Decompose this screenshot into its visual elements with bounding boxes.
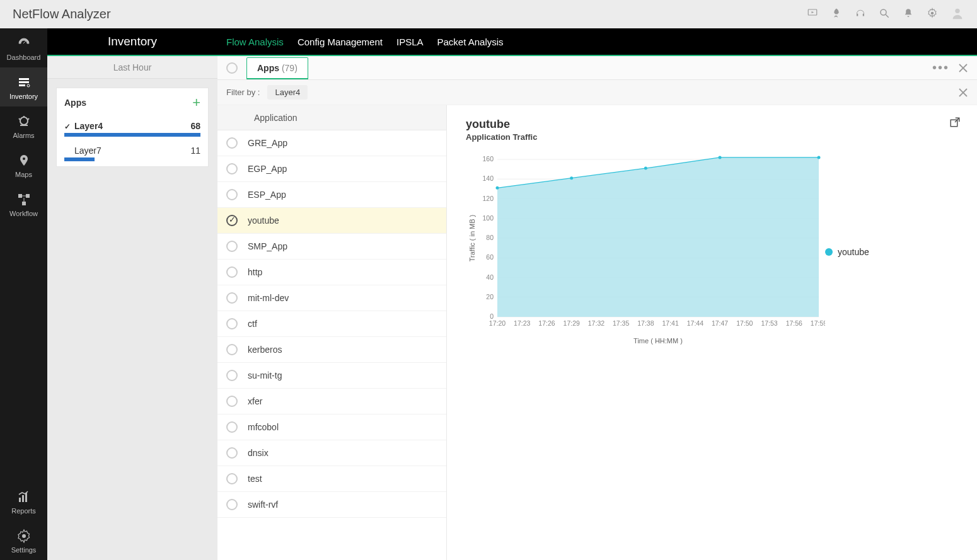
topbar-icon-group (807, 6, 964, 22)
svg-text:17:32: 17:32 (588, 319, 604, 327)
leftnav-item-reports[interactable]: Reports (0, 482, 47, 521)
app-row-radio[interactable] (226, 137, 238, 149)
search-icon[interactable] (879, 8, 890, 21)
svg-point-60 (496, 186, 499, 190)
app-row[interactable]: swift-rvf (217, 492, 446, 518)
svg-text:40: 40 (486, 273, 494, 281)
rocket-icon[interactable] (831, 8, 842, 21)
svg-text:20: 20 (486, 293, 494, 300)
app-row[interactable]: mfcobol (217, 414, 446, 440)
app-row[interactable]: GRE_App (217, 130, 446, 156)
app-row-radio[interactable] (226, 499, 238, 510)
app-row[interactable]: kerberos (217, 337, 446, 363)
app-row[interactable]: ESP_App (217, 182, 446, 208)
svg-text:160: 160 (482, 155, 494, 163)
svg-text:140: 140 (482, 174, 494, 182)
tab-apps[interactable]: Apps (79) (246, 57, 308, 79)
svg-text:17:35: 17:35 (613, 319, 629, 327)
app-row-radio[interactable] (226, 344, 238, 355)
topnav-item-ipsla[interactable]: IPSLA (396, 37, 424, 47)
select-all-radio[interactable] (226, 62, 238, 74)
popout-icon[interactable] (949, 117, 961, 130)
filter-chip-layer4[interactable]: Layer4 (267, 85, 308, 100)
app-row[interactable]: test (217, 466, 446, 492)
leftnav-item-inventory[interactable]: Inventory (0, 67, 47, 106)
chart-pane: youtube Application Traffic 020406080100… (447, 105, 977, 560)
svg-point-2 (881, 9, 886, 15)
app-row-radio[interactable] (226, 396, 238, 407)
close-panel-icon[interactable] (958, 63, 968, 73)
leftnav-item-alarms[interactable]: Alarms (0, 106, 47, 146)
svg-rect-19 (19, 498, 21, 502)
app-row[interactable]: SMP_App (217, 234, 446, 260)
app-row-label: kerberos (248, 345, 282, 355)
app-row[interactable]: su-mit-tg (217, 363, 446, 389)
svg-point-61 (570, 176, 573, 180)
chart-legend: youtube (825, 156, 869, 348)
app-row-radio[interactable] (226, 370, 238, 381)
app-row-radio[interactable] (226, 189, 238, 200)
app-row-label: EGP_App (248, 164, 287, 174)
layer-row-layer4[interactable]: ✓Layer468 (57, 117, 208, 142)
svg-rect-20 (22, 495, 24, 502)
svg-point-62 (644, 167, 647, 170)
app-row-radio[interactable] (226, 215, 238, 226)
app-row-label: ESP_App (248, 190, 286, 200)
svg-text:60: 60 (486, 253, 494, 261)
tab-count: (79) (282, 63, 298, 73)
app-row[interactable]: mit-ml-dev (217, 285, 446, 311)
more-options-icon[interactable]: ••• (932, 60, 949, 75)
app-row-radio[interactable] (226, 473, 238, 484)
chart-title: youtube (466, 118, 958, 131)
leftnav-item-dashboard[interactable]: Dashboard (0, 28, 47, 67)
topnav-item-packet-analysis[interactable]: Packet Analysis (437, 37, 504, 47)
app-row-radio[interactable] (226, 421, 238, 433)
app-row-radio[interactable] (226, 318, 238, 329)
app-row-label: swift-rvf (248, 500, 278, 510)
layer-row-layer7[interactable]: ✓Layer711 (57, 142, 208, 166)
svg-text:17:50: 17:50 (736, 319, 753, 327)
app-row[interactable]: http (217, 260, 446, 285)
svg-text:17:47: 17:47 (712, 319, 728, 327)
leftnav-item-settings[interactable]: Settings (0, 521, 47, 560)
bell-icon[interactable] (903, 8, 914, 21)
svg-text:17:26: 17:26 (538, 319, 555, 327)
svg-line-3 (886, 14, 889, 18)
app-row-radio[interactable] (226, 163, 238, 174)
legend-dot-icon (825, 248, 833, 256)
svg-text:80: 80 (486, 234, 494, 241)
app-row[interactable]: youtube (217, 208, 446, 234)
tab-label: Apps (257, 63, 279, 73)
app-row[interactable]: xfer (217, 389, 446, 414)
time-range-label[interactable]: Last Hour (47, 56, 217, 79)
legend-label: youtube (838, 247, 869, 257)
app-row[interactable]: dnsix (217, 440, 446, 466)
clear-filter-icon[interactable] (958, 88, 968, 98)
filter-label: Filter by : (226, 88, 260, 97)
leftnav-item-maps[interactable]: Maps (0, 146, 47, 185)
svg-point-64 (818, 156, 821, 159)
svg-text:17:29: 17:29 (564, 319, 580, 327)
headset-icon[interactable] (855, 8, 866, 21)
topnav-item-flow-analysis[interactable]: Flow Analysis (226, 37, 284, 47)
app-row-radio[interactable] (226, 241, 238, 252)
app-row-radio[interactable] (226, 292, 238, 304)
inventory-side-panel: Inventory Last Hour Apps + ✓Layer468✓Lay… (47, 28, 217, 560)
app-row-label: xfer (248, 396, 262, 406)
app-row[interactable]: ctf (217, 311, 446, 337)
app-row-label: GRE_App (248, 138, 287, 148)
topnav-item-config-management[interactable]: Config Management (298, 37, 383, 47)
app-row-radio[interactable] (226, 447, 238, 459)
leftnav-item-workflow[interactable]: Workflow (0, 185, 47, 224)
presentation-icon[interactable] (807, 8, 818, 21)
user-avatar-icon[interactable] (951, 6, 964, 22)
svg-marker-1 (812, 11, 814, 13)
svg-rect-6 (19, 78, 29, 80)
add-app-button[interactable]: + (192, 94, 200, 111)
svg-rect-16 (18, 194, 22, 198)
app-row[interactable]: EGP_App (217, 156, 446, 182)
app-row-label: SMP_App (248, 241, 287, 251)
gear-icon[interactable] (927, 8, 938, 21)
app-row-label: http (248, 267, 262, 277)
app-row-radio[interactable] (226, 266, 238, 278)
